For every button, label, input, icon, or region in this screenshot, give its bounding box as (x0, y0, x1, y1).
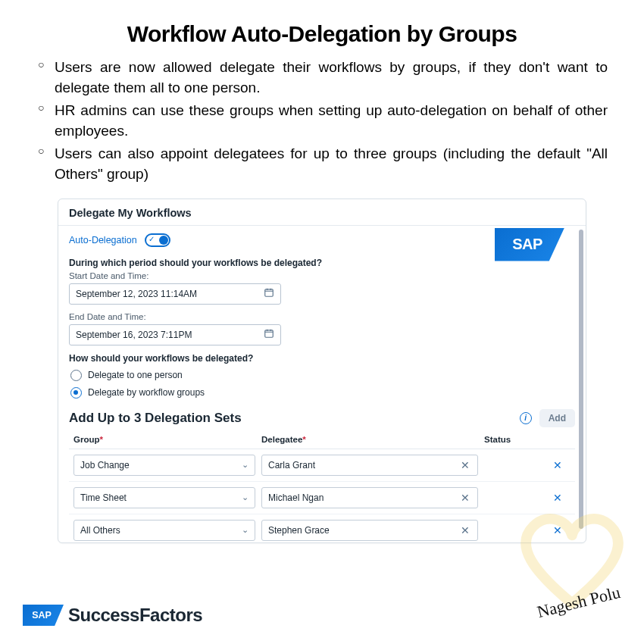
remove-row-icon[interactable]: ✕ (545, 492, 571, 504)
start-date-value: September 12, 2023 11:14AM (76, 289, 197, 299)
divider (58, 225, 586, 226)
group-select[interactable]: Time Sheet ⌄ (73, 487, 255, 508)
delegatee-input[interactable]: Stephen Grace ✕ (261, 520, 478, 541)
auto-delegation-label: Auto-Delegation (69, 235, 137, 245)
chevron-down-icon: ⌄ (242, 460, 249, 470)
info-icon[interactable]: i (520, 412, 532, 424)
scrollbar[interactable] (579, 230, 583, 529)
table-row: Job Change ⌄ Carla Grant ✕ ✕ (69, 449, 575, 482)
add-button[interactable]: Add (539, 409, 575, 427)
delegate-panel: Delegate My Workflows SAP Auto-Delegatio… (58, 199, 586, 543)
bullet-item: HR admins can use these groups when sett… (36, 101, 608, 141)
group-select[interactable]: Job Change ⌄ (73, 455, 255, 476)
start-date-label: Start Date and Time: (69, 271, 575, 280)
page-title: Workflow Auto-Delegation by Groups (30, 21, 614, 47)
svg-rect-0 (265, 289, 274, 296)
auto-delegation-toggle[interactable]: ✓ (145, 233, 170, 247)
bullet-item: Users are now allowed delegate their wor… (36, 58, 608, 98)
bullet-item: Users can also appoint delegatees for up… (36, 144, 608, 184)
start-date-input[interactable]: September 12, 2023 11:14AM (69, 283, 281, 305)
sap-logo: SAP (495, 228, 564, 264)
successfactors-logo: SAP SuccessFactors (23, 605, 202, 626)
table-header: Group Delegatee Status (69, 435, 575, 449)
end-date-input[interactable]: September 16, 2023 7:11PM (69, 324, 281, 345)
col-group: Group (73, 435, 255, 444)
calendar-icon[interactable] (264, 328, 274, 341)
chevron-down-icon: ⌄ (242, 525, 249, 535)
feature-bullets: Users are now allowed delegate their wor… (30, 58, 614, 185)
end-date-value: September 16, 2023 7:11PM (76, 330, 192, 340)
remove-row-icon[interactable]: ✕ (545, 524, 571, 536)
delegatee-input[interactable]: Carla Grant ✕ (261, 455, 478, 476)
chevron-down-icon: ⌄ (242, 492, 249, 502)
radio-label: Delegate to one person (88, 370, 183, 380)
delegatee-input[interactable]: Michael Ngan ✕ (261, 487, 478, 508)
clear-icon[interactable]: ✕ (459, 524, 471, 536)
table-row: All Others ⌄ Stephen Grace ✕ ✕ (69, 514, 575, 543)
author-signature: Nagesh Polu (536, 583, 623, 622)
calendar-icon[interactable] (264, 287, 274, 300)
radio-icon (70, 387, 82, 399)
clear-icon[interactable]: ✕ (459, 459, 471, 471)
panel-header: Delegate My Workflows (69, 207, 575, 219)
radio-label: Delegate by workflow groups (88, 387, 205, 398)
how-question: How should your workflows be delegated? (69, 353, 575, 364)
end-date-label: End Date and Time: (69, 312, 575, 321)
remove-row-icon[interactable]: ✕ (545, 459, 571, 471)
col-status: Status (484, 435, 539, 444)
delegation-sets-header: Add Up to 3 Delegation Sets (69, 411, 242, 426)
group-select[interactable]: All Others ⌄ (73, 520, 255, 541)
radio-icon (70, 370, 82, 381)
svg-rect-1 (265, 330, 274, 337)
radio-one-person[interactable]: Delegate to one person (70, 370, 575, 381)
table-row: Time Sheet ⌄ Michael Ngan ✕ ✕ (69, 482, 575, 514)
clear-icon[interactable]: ✕ (459, 492, 471, 504)
check-icon: ✓ (148, 235, 155, 243)
radio-by-groups[interactable]: Delegate by workflow groups (70, 387, 575, 399)
col-delegatee: Delegatee (261, 435, 478, 444)
